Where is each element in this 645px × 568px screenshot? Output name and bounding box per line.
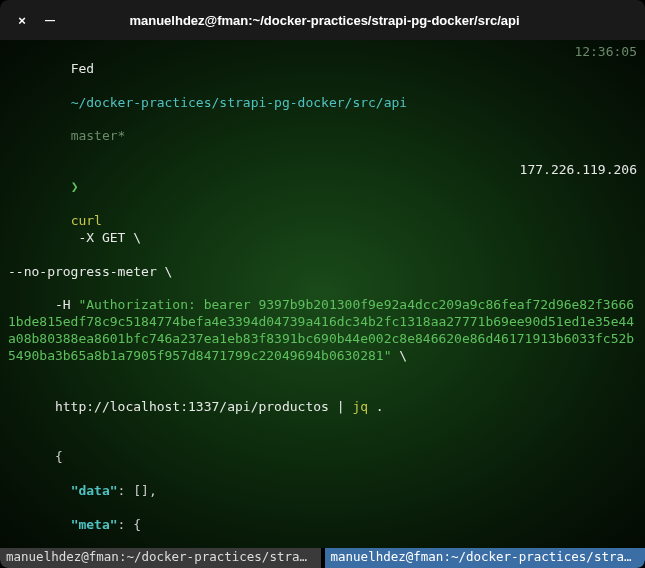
- cmd-flags: -X GET \: [71, 230, 141, 245]
- status-tab-2[interactable]: manuelhdez@fman:~/docker-practices/strap…: [325, 548, 646, 568]
- titlebar: × — manuelhdez@fman:~/docker-practices/s…: [0, 0, 645, 40]
- cmd-curl: curl: [71, 213, 102, 228]
- prompt-arrow: ❯: [71, 179, 79, 194]
- minimize-button[interactable]: —: [38, 8, 62, 32]
- close-button[interactable]: ×: [10, 8, 34, 32]
- prompt-line-1: Fed ~/docker-practices/strapi-pg-docker/…: [8, 44, 637, 162]
- cmd-line-2: --no-progress-meter \: [8, 264, 637, 281]
- cmd-h: -H: [55, 297, 78, 312]
- cmd-dot: .: [368, 399, 384, 414]
- status-bar: manuelhdez@fman:~/docker-practices/strap…: [0, 548, 645, 568]
- prompt-branch: master*: [71, 128, 126, 143]
- terminal-window: × — manuelhdez@fman:~/docker-practices/s…: [0, 0, 645, 568]
- command-line-1: ❯ curl -X GET \ 177.226.119.206: [8, 162, 637, 263]
- cmd-line-4: http://localhost:1337/api/productos | jq…: [8, 382, 637, 433]
- cmd-cont: \: [392, 348, 408, 363]
- terminal-viewport[interactable]: Fed ~/docker-practices/strapi-pg-docker/…: [0, 40, 645, 548]
- window-title: manuelhdez@fman:~/docker-practices/strap…: [66, 13, 583, 28]
- json-output: { "data": [], "meta": { "pagination": { …: [8, 432, 637, 548]
- cmd-url: http://localhost:1337/api/productos: [55, 399, 329, 414]
- cmd-jq: jq: [352, 399, 368, 414]
- prompt-path: ~/docker-practices/strapi-pg-docker/src/…: [71, 95, 408, 110]
- status-tab-1[interactable]: manuelhdez@fman:~/docker-practices/strap…: [0, 548, 321, 568]
- cmd-line-3: -H "Authorization: bearer 9397b9b201300f…: [8, 280, 637, 381]
- cmd-auth: "Authorization: bearer 9397b9b201300f9e9…: [8, 297, 634, 363]
- prompt-host: Fed: [71, 61, 94, 76]
- prompt-time: 12:36:05: [574, 44, 637, 162]
- prompt-ip: 177.226.119.206: [520, 162, 637, 263]
